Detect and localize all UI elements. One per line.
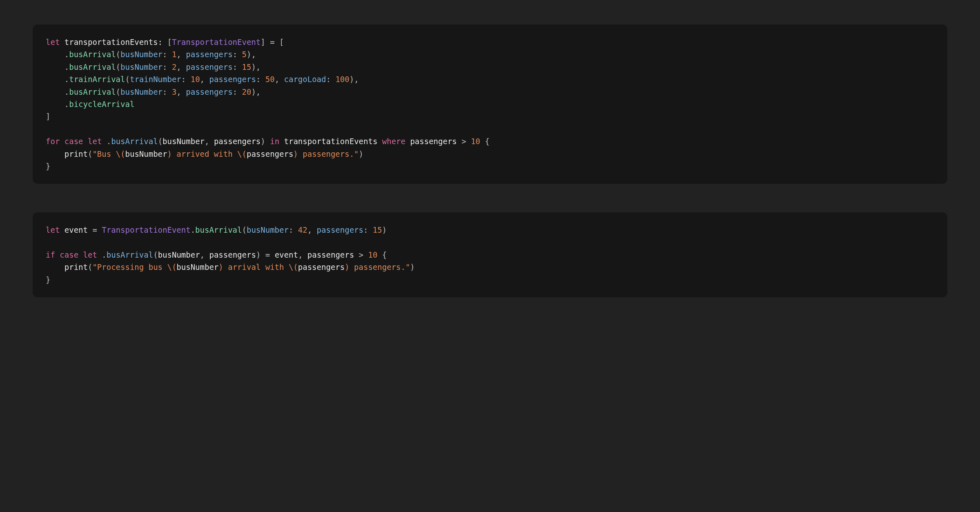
code-token: 15 (242, 62, 252, 71)
code-token: busNumber (125, 149, 167, 158)
code-token: passengers (186, 62, 232, 71)
code-token: passengers (209, 250, 256, 259)
code-token (78, 250, 83, 259)
code-token: case (65, 137, 83, 146)
code-token: 2 (172, 62, 176, 71)
code-token: ) (293, 149, 298, 158)
code-token: busNumber (176, 263, 218, 272)
code-token: ( (158, 137, 163, 146)
code-token: busArrival (107, 250, 153, 259)
code-token (55, 250, 60, 259)
code-token (261, 250, 265, 259)
code-token: bicycleArrival (69, 100, 134, 109)
code-token (46, 62, 65, 71)
code-token: \( (289, 263, 298, 272)
code-token: ) (359, 149, 363, 158)
code-token: for (46, 137, 60, 146)
code-token: let (83, 250, 97, 259)
code-token: transportationEvents: (60, 38, 167, 47)
code-token: passengers (317, 225, 363, 234)
code-token: > (359, 250, 363, 259)
code-token: passengers (298, 263, 345, 272)
code-token: : (289, 225, 298, 234)
code-token: busNumber (120, 87, 163, 96)
code-token: busArrival (69, 87, 116, 96)
code-token: 5 (242, 50, 247, 59)
code-token (275, 38, 279, 47)
code-token (60, 137, 64, 146)
code-token: if (46, 250, 55, 259)
code-token: : (233, 50, 242, 59)
code-token (363, 250, 368, 259)
code-token: 1 (172, 50, 176, 59)
code-token: in (270, 137, 279, 146)
code-token: case (60, 250, 78, 259)
code-token: "Processing bus (92, 263, 167, 272)
code-token: . (191, 225, 195, 234)
code-token: passengers (214, 137, 261, 146)
code-token: busNumber (120, 62, 163, 71)
code-token: . (102, 250, 106, 259)
code-token: passengers." (350, 263, 410, 272)
code-token: , (176, 62, 186, 71)
code-token: event (270, 250, 298, 259)
code-token: "Bus (92, 149, 116, 158)
code-token: passengers (247, 149, 293, 158)
code-token: ) (345, 263, 349, 272)
code-token: : (181, 75, 191, 84)
code-token: 3 (172, 87, 176, 96)
code-snippets-container: let transportationEvents: [Transportatio… (33, 24, 947, 297)
code-token: busNumber (120, 50, 163, 59)
code-token: ) (167, 149, 172, 158)
code-token (97, 250, 102, 259)
code-token: 100 (335, 75, 349, 84)
code-token: , (176, 87, 186, 96)
code-token: ) (410, 263, 414, 272)
code-token: } (46, 162, 50, 171)
code-token: : (326, 75, 335, 84)
code-token: . (107, 137, 111, 146)
code-token (46, 75, 65, 84)
code-token: : (233, 62, 242, 71)
code-token: cargoLoad (284, 75, 326, 84)
code-token: . (65, 50, 69, 59)
code-token: = (265, 250, 270, 259)
code-token (46, 149, 65, 158)
code-token: ] (46, 112, 50, 121)
code-token: trainNumber (130, 75, 181, 84)
code-token: busArrival (111, 137, 158, 146)
code-token: , (200, 250, 209, 259)
code-token: trainArrival (69, 75, 125, 84)
code-token: , (275, 75, 284, 84)
code-token: let (46, 225, 60, 234)
code-token: busNumber (158, 250, 200, 259)
code-token (46, 100, 65, 109)
code-token: , (307, 225, 317, 234)
code-token: = (92, 225, 97, 234)
code-token: : (163, 87, 172, 96)
code-token: ( (242, 225, 247, 234)
code-token (46, 50, 65, 59)
code-token: ) (261, 137, 265, 146)
code-token: ( (88, 149, 92, 158)
code-token: . (65, 75, 69, 84)
code-token: [ (279, 38, 284, 47)
code-token: . (65, 100, 69, 109)
code-token (46, 87, 65, 96)
code-token: 10 (471, 137, 480, 146)
code-token: print (65, 149, 88, 158)
code-token: TransportationEvent (102, 225, 190, 234)
code-token: ) (382, 225, 387, 234)
code-token: busArrival (195, 225, 242, 234)
code-token: ), (247, 50, 256, 59)
code-token: { (485, 137, 490, 146)
code-token: print (65, 263, 88, 272)
code-token: passengers (209, 75, 256, 84)
code-token (97, 225, 102, 234)
code-token: ( (88, 263, 92, 272)
code-token: ) (218, 263, 223, 272)
code-token: , (176, 50, 186, 59)
code-token: 42 (298, 225, 307, 234)
code-token: ), (251, 87, 261, 96)
code-token: where (382, 137, 405, 146)
